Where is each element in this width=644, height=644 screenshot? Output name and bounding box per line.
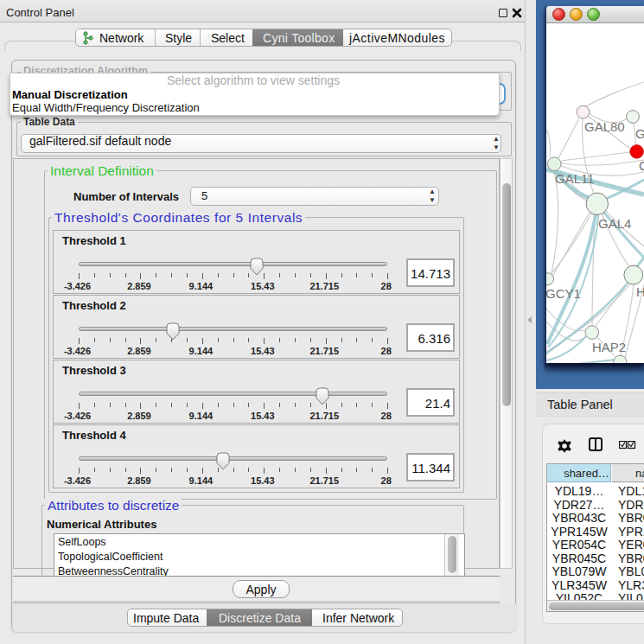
svg-text:GCY1: GCY1 [546,286,581,301]
svg-text:GAL11: GAL11 [555,171,595,186]
svg-text:C: C [639,158,644,173]
svg-text:GAL4: GAL4 [598,216,631,231]
svg-text:GAL80: GAL80 [584,119,625,134]
svg-text:H: H [636,284,644,299]
svg-text:HAP2: HAP2 [592,340,626,354]
svg-text:GA: GA [635,126,644,141]
